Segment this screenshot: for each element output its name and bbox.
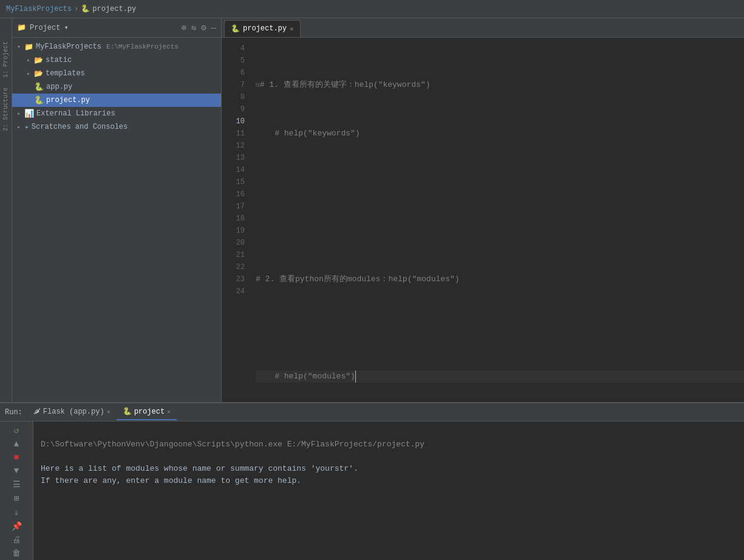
arrow-templates: [26, 70, 32, 77]
title-file-icon: 🐍: [81, 4, 90, 13]
project-tab-icon: 🐍: [123, 407, 132, 416]
run-label: Run:: [5, 408, 22, 417]
flask-tab-label: Flask (app.py): [43, 408, 104, 416]
project-panel: 📁 Project ▾ ⊕ ⇆ ⚙ — 📁 MyFlaskProjects E:…: [12, 18, 222, 402]
ln-6: 6: [222, 67, 245, 79]
tab-label: project.py: [243, 24, 287, 33]
bottom-panel: Run: 🌶 Flask (app.py) ✕ 🐍 project ✕ ↺ ▲ …: [0, 402, 744, 560]
code-line-7: [256, 225, 744, 237]
ln-17: 17: [222, 200, 245, 213]
code-line-10: # help("modules"): [256, 370, 744, 383]
arrow-root: [16, 44, 22, 50]
title-project[interactable]: MyFlaskProjects: [6, 5, 72, 13]
comment-4: # 1. 查看所有的关键字：help("keywords"): [260, 79, 431, 91]
hide-icon[interactable]: —: [211, 23, 216, 33]
panel-folder-icon: 📁: [17, 23, 26, 32]
run-command: D:\Software\PythonVenv\Djangoone\Scripts…: [41, 440, 425, 449]
ln-22: 22: [222, 261, 245, 273]
libs-icon: 📊: [24, 109, 34, 118]
project-tab-label: project: [134, 408, 165, 416]
comment-5: # help("keywords"): [256, 128, 360, 140]
code-line-8: # 2. 查看python所有的modules：help("modules"): [256, 273, 744, 285]
run-tab-project[interactable]: 🐍 project ✕: [117, 405, 177, 420]
ln-23: 23: [222, 273, 245, 285]
tab-icon: 🐍: [231, 24, 240, 33]
tree-item-extlibs[interactable]: 📊 External Libraries: [12, 107, 221, 120]
ln-8: 8: [222, 91, 245, 103]
tree-label-extlibs: External Libraries: [36, 109, 115, 118]
run-output: D:\Software\PythonVenv\Djangoone\Scripts…: [33, 422, 744, 560]
title-bar: MyFlaskProjects › 🐍 project.py: [0, 0, 744, 18]
locate-icon[interactable]: ⊕: [181, 22, 186, 33]
panel-header-icons: ⊕ ⇆ ⚙ —: [181, 22, 216, 33]
title-file-name: project.py: [92, 5, 136, 13]
ln-12: 12: [222, 140, 245, 152]
tree-path-root: E:\MyFlaskProjects: [106, 43, 179, 50]
settings-icon[interactable]: ⚙: [201, 22, 206, 33]
project-tab-vertical[interactable]: 1: Project: [1, 36, 10, 83]
code-line-4: ⊟# 1. 查看所有的关键字：help("keywords"): [256, 79, 744, 91]
tree-item-templates[interactable]: 📂 templates: [12, 67, 221, 80]
project-tab-close[interactable]: ✕: [167, 408, 171, 415]
panel-dropdown-icon[interactable]: ▾: [64, 23, 68, 32]
tree-label-static: static: [46, 56, 72, 64]
collapse-icon[interactable]: ⇆: [191, 22, 196, 33]
panel-header: 📁 Project ▾ ⊕ ⇆ ⚙ —: [12, 18, 221, 38]
panel-title: Project: [30, 24, 60, 32]
editor-area: 🐍 project.py ✕ 4 5 6 7 8 9 10 11 12 13 1…: [222, 18, 744, 402]
run-body: ↺ ▲ ■ ▼ ☰ ⊞ ⇓ 📌 🖨 🗑 D:\Software\PythonVe…: [0, 422, 744, 560]
arrow-scratches: [16, 124, 22, 130]
title-file: 🐍 project.py: [81, 4, 136, 13]
clear-button[interactable]: 🗑: [8, 548, 25, 558]
fold-4[interactable]: ⊟: [256, 79, 260, 91]
folder-icon-static: 📂: [34, 56, 43, 65]
rerun-button[interactable]: ↺: [8, 425, 25, 435]
ln-11: 11: [222, 128, 245, 140]
arrow-extlibs: [16, 111, 22, 117]
split-button[interactable]: ⊞: [8, 493, 25, 504]
tree-label-scratches: Scratches and Consoles: [32, 123, 128, 131]
comment-8: # 2. 查看python所有的modules：help("modules"): [256, 273, 459, 285]
tree-item-scratches[interactable]: ✦ Scratches and Consoles: [12, 120, 221, 134]
tab-close-icon[interactable]: ✕: [290, 25, 294, 33]
pin-button[interactable]: 📌: [8, 521, 25, 531]
run-sidebar: ↺ ▲ ■ ▼ ☰ ⊞ ⇓ 📌 🖨 🗑: [0, 422, 33, 560]
output-line-1: Here is a list of modules whose name or …: [41, 464, 358, 473]
code-line-5: # help("keywords"): [256, 128, 744, 140]
structure-tab-vertical[interactable]: 2: Structure: [1, 83, 10, 136]
tab-project-py[interactable]: 🐍 project.py ✕: [224, 20, 301, 37]
run-tab-bar: Run: 🌶 Flask (app.py) ✕ 🐍 project ✕: [0, 403, 744, 422]
ln-5: 5: [222, 55, 245, 67]
flask-tab-icon: 🌶: [33, 407, 41, 416]
ln-4: 4: [222, 43, 245, 55]
run-tab-flask[interactable]: 🌶 Flask (app.py) ✕: [27, 405, 117, 420]
py-icon-projectpy: 🐍: [34, 95, 44, 105]
cursor: [355, 370, 361, 383]
py-icon-apppy: 🐍: [34, 82, 44, 92]
tree-item-projectpy[interactable]: 🐍 project.py: [12, 94, 221, 107]
tree-item-root[interactable]: 📁 MyFlaskProjects E:\MyFlaskProjects: [12, 40, 221, 53]
run-settings-button[interactable]: ☰: [8, 479, 25, 490]
tab-bar: 🐍 project.py ✕: [222, 18, 744, 38]
stop-button[interactable]: ■: [8, 452, 25, 462]
ln-20: 20: [222, 237, 245, 249]
title-sep: ›: [74, 5, 78, 13]
tree-item-apppy[interactable]: 🐍 app.py: [12, 80, 221, 94]
code-line-6: [256, 176, 744, 188]
tree-item-static[interactable]: 📂 static: [12, 53, 221, 67]
code-editor: 4 5 6 7 8 9 10 11 12 13 14 15 16 17 18 1…: [222, 38, 744, 402]
project-tree: 📁 MyFlaskProjects E:\MyFlaskProjects 📂 s…: [12, 38, 221, 402]
download-button[interactable]: ⇓: [8, 507, 25, 517]
scroll-up-button[interactable]: ▲: [8, 439, 25, 449]
ln-18: 18: [222, 213, 245, 225]
scroll-down-button[interactable]: ▼: [8, 466, 25, 476]
scratches-icon: ✦: [24, 122, 29, 132]
tree-label-templates: templates: [46, 69, 85, 78]
flask-tab-close[interactable]: ✕: [107, 408, 111, 415]
print-button[interactable]: 🖨: [8, 535, 25, 545]
code-line-9: [256, 322, 744, 334]
ln-13: 13: [222, 152, 245, 164]
code-content[interactable]: ⊟# 1. 查看所有的关键字：help("keywords") # help("…: [251, 38, 744, 402]
comment-10: # help("modules"): [256, 370, 355, 383]
ln-10: 10: [222, 115, 245, 128]
